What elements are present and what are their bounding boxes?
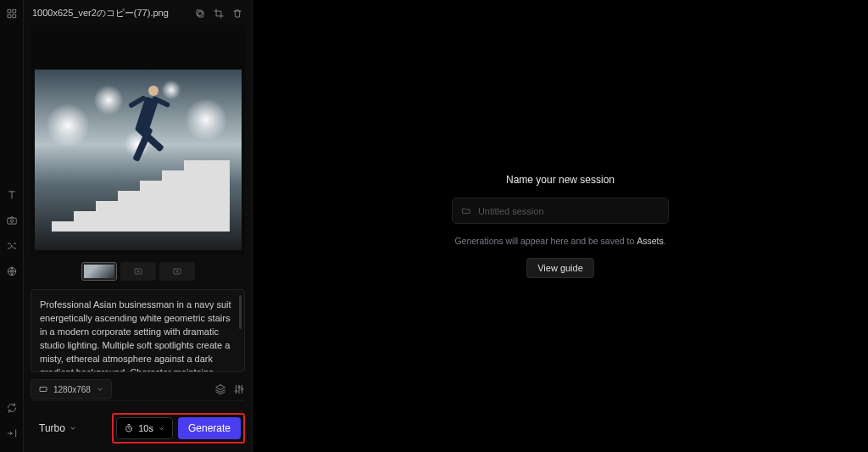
file-name: 1000x625_ver2のコピー(77).png xyxy=(32,7,187,20)
model-label: Turbo xyxy=(39,422,65,434)
svg-rect-4 xyxy=(7,218,16,224)
svg-point-14 xyxy=(241,388,242,390)
scrollbar-indicator[interactable] xyxy=(239,295,242,329)
session-name-field[interactable] xyxy=(452,198,669,224)
globe-icon[interactable] xyxy=(5,265,19,278)
svg-point-13 xyxy=(238,387,240,388)
collapse-icon[interactable] xyxy=(5,427,19,440)
shuffle-icon[interactable] xyxy=(5,239,19,253)
resolution-selector[interactable]: 1280x768 xyxy=(31,379,112,399)
session-title-label: Name your new session xyxy=(506,174,615,186)
svg-rect-0 xyxy=(8,9,11,13)
file-header: 1000x625_ver2のコピー(77).png xyxy=(31,5,245,25)
duration-label: 10s xyxy=(138,423,153,433)
resolution-row: 1280x768 xyxy=(31,379,245,399)
svg-point-12 xyxy=(235,390,236,392)
text-icon[interactable] xyxy=(5,188,19,202)
thumbnail-row xyxy=(31,262,245,281)
svg-rect-11 xyxy=(40,388,47,392)
layers-icon[interactable] xyxy=(214,383,226,395)
trash-icon[interactable] xyxy=(231,8,243,20)
generation-panel: 1000x625_ver2のコピー(77).png xyxy=(24,0,253,452)
preview-image[interactable] xyxy=(35,30,242,250)
generate-button[interactable]: Generate xyxy=(178,417,241,439)
prompt-text: Professional Asian businessman in a navy… xyxy=(40,299,231,372)
svg-rect-2 xyxy=(8,14,11,18)
prompt-textarea[interactable]: Professional Asian businessman in a navy… xyxy=(31,289,245,372)
view-guide-button[interactable]: View guide xyxy=(526,258,594,278)
svg-rect-3 xyxy=(13,14,16,18)
resolution-label: 1280x768 xyxy=(53,385,91,394)
svg-rect-1 xyxy=(13,9,16,13)
copy-icon[interactable] xyxy=(194,8,206,20)
preview-container xyxy=(31,25,245,255)
hint-text: Generations will appear here and be save… xyxy=(454,236,665,246)
thumbnail-add-1[interactable] xyxy=(120,262,156,281)
thumbnail-1[interactable] xyxy=(81,262,117,281)
duration-button[interactable]: 10s xyxy=(116,417,173,439)
left-tool-rail xyxy=(0,0,24,452)
folder-icon xyxy=(461,205,471,216)
camera-icon[interactable] xyxy=(5,214,19,227)
bottom-action-row: Turbo 10s Generate xyxy=(31,400,245,444)
crop-icon[interactable] xyxy=(213,8,225,20)
svg-rect-7 xyxy=(198,11,203,16)
sliders-icon[interactable] xyxy=(233,383,245,395)
session-name-input[interactable] xyxy=(478,206,659,216)
main-canvas: Name your new session Generations will a… xyxy=(253,0,868,452)
refresh-icon[interactable] xyxy=(5,401,19,415)
svg-point-5 xyxy=(10,220,14,223)
model-selector[interactable]: Turbo xyxy=(31,417,86,439)
highlighted-controls: 10s Generate xyxy=(112,413,245,444)
thumbnail-add-2[interactable] xyxy=(159,262,195,281)
svg-rect-8 xyxy=(197,9,202,14)
grid-icon[interactable] xyxy=(5,7,19,20)
